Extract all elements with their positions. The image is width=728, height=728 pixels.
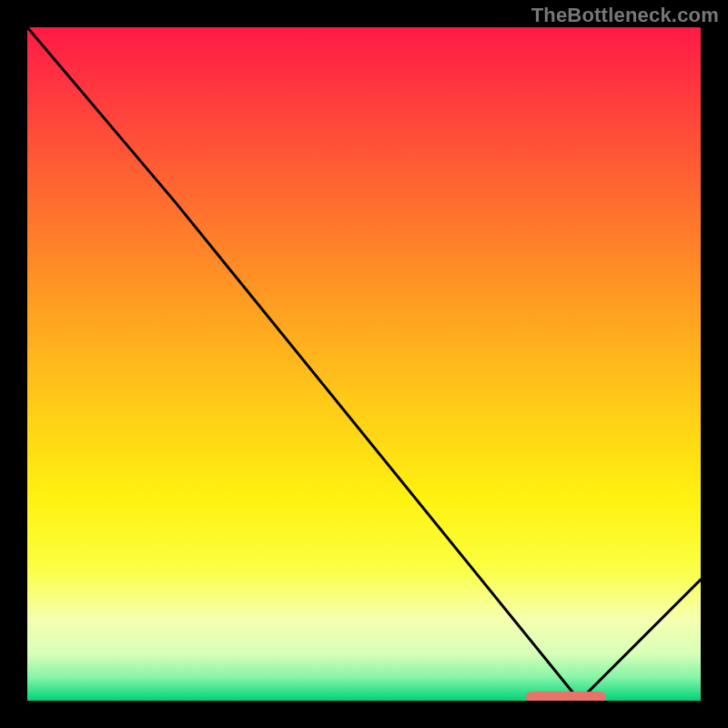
bottleneck-chart — [27, 27, 701, 701]
gradient-background — [27, 27, 701, 701]
watermark-text: TheBottleneck.com — [531, 4, 719, 27]
plot-area — [27, 27, 701, 701]
chart-stage: TheBottleneck.com — [0, 0, 728, 728]
optimal-range-marker — [526, 692, 607, 701]
